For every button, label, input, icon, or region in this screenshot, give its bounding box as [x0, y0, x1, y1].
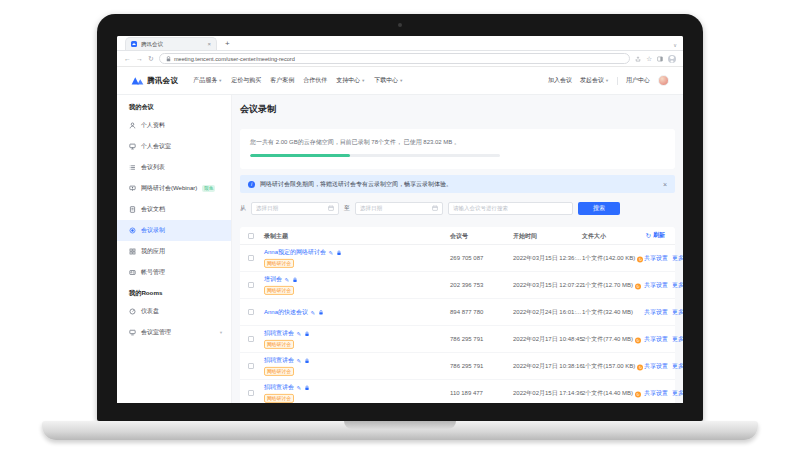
end-date-input[interactable] [355, 202, 443, 215]
table-row: 招聘宣讲会 ✎ 网络研讨会 786 295 791 2022年02月17日 10… [240, 326, 675, 353]
join-meeting-button[interactable]: 加入会议 [548, 76, 572, 85]
row-actions: 共享设置更多 ▼ [644, 362, 683, 371]
edit-icon[interactable]: ✎ [297, 357, 302, 363]
row-checkbox[interactable] [248, 309, 254, 315]
recording-title-link[interactable]: 招聘宣讲会 [264, 329, 294, 338]
start-time: 2022年02月24日 16:01:... [513, 308, 581, 317]
row-checkbox[interactable] [248, 363, 254, 369]
share-settings-link[interactable]: 共享设置 [644, 336, 668, 342]
laptop-base [42, 421, 758, 440]
logo-text: 腾讯会议 [147, 76, 178, 86]
more-link[interactable]: 更多 ▼ [672, 255, 683, 261]
nav-item-cases[interactable]: 客户案例 [270, 76, 294, 85]
nav-item-download[interactable]: 下载中心▼ [374, 76, 403, 85]
lock-icon[interactable] [304, 330, 310, 336]
user-center-link[interactable]: 用户中心 [626, 76, 650, 85]
edit-icon[interactable]: ✎ [297, 384, 302, 390]
col-header-topic: 录制主题 [264, 232, 288, 241]
start-date-field[interactable] [256, 205, 326, 211]
bookmark-star-icon[interactable]: ☆ [646, 55, 652, 63]
sidebar-item-meeting-docs[interactable]: 会议文档 [117, 199, 231, 220]
laptop-bezel: 腾讯会议 × + ∨ ← → ↻ meeting.tencent.com/use… [97, 14, 703, 421]
nav-item-pricing[interactable]: 定价与购买 [231, 76, 261, 85]
share-settings-link[interactable]: 共享设置 [644, 363, 668, 369]
more-link[interactable]: 更多 ▼ [672, 390, 683, 396]
edit-icon[interactable]: ✎ [285, 276, 290, 282]
edit-icon[interactable]: ✎ [297, 330, 302, 336]
end-date-field[interactable] [360, 205, 430, 211]
gauge-icon [129, 308, 136, 315]
main-content: 会议录制 您一共有 2.00 GB的云存储空间，目前已录制 78个文件， 已使用… [232, 95, 683, 403]
share-settings-link[interactable]: 共享设置 [644, 255, 668, 261]
browser-profile-icon[interactable] [668, 55, 676, 63]
search-button[interactable]: 搜索 [578, 202, 620, 215]
more-link[interactable]: 更多 ▼ [672, 282, 683, 288]
share-settings-link[interactable]: 共享设置 [644, 282, 668, 288]
tab-close-icon[interactable]: × [207, 41, 211, 47]
tencent-meeting-logo[interactable]: 腾讯会议 [131, 76, 178, 86]
lock-icon[interactable] [304, 357, 310, 363]
sidebar-item-account[interactable]: 帐号管理 [117, 262, 231, 283]
monitor-icon [129, 143, 136, 150]
sidebar-item-dashboard[interactable]: 仪表盘 [117, 301, 231, 322]
recording-title-link[interactable]: Anna的快速会议 [264, 308, 308, 317]
sidebar-item-rooms-manage[interactable]: 会议室管理 ▼ [117, 322, 231, 343]
sidebar-item-webinar[interactable]: 网络研讨会(Webinar) 限免 [117, 178, 231, 199]
edit-icon[interactable]: ✎ [311, 309, 316, 315]
recording-title-link[interactable]: 培训会 [264, 275, 282, 284]
webinar-tag: 网络研讨会 [264, 286, 294, 295]
row-checkbox[interactable] [248, 336, 254, 342]
recording-title-link[interactable]: 招聘宣讲会 [264, 383, 294, 392]
back-icon[interactable]: ← [124, 55, 131, 62]
share-icon[interactable] [635, 56, 641, 62]
share-settings-link[interactable]: 共享设置 [644, 309, 668, 315]
side-panel-icon[interactable] [657, 56, 663, 62]
nav-item-support[interactable]: 支持中心▼ [336, 76, 365, 85]
col-header-start-time: 开始时间 [513, 232, 537, 241]
lock-icon[interactable] [292, 276, 298, 282]
promo-banner: i 网络研讨会限免期间，将赠送研讨会专有云录制空间，畅享云录制体验。 × [240, 175, 675, 193]
forward-icon[interactable]: → [136, 55, 143, 62]
new-tab-button[interactable]: + [225, 38, 230, 50]
user-avatar[interactable] [658, 75, 669, 86]
more-link[interactable]: 更多 ▼ [672, 309, 683, 315]
edit-icon[interactable]: ✎ [329, 249, 334, 255]
start-meeting-button[interactable]: 发起会议▼ [580, 76, 609, 85]
url-bar[interactable]: meeting.tencent.com/user-center/meeting-… [159, 53, 630, 64]
start-date-input[interactable] [251, 202, 339, 215]
refresh-button[interactable]: ↻刷新 [646, 231, 665, 240]
row-checkbox[interactable] [248, 390, 254, 396]
banner-close-icon[interactable]: × [663, 181, 667, 188]
calendar-icon[interactable] [432, 205, 438, 211]
sidebar-item-profile[interactable]: 个人资料 [117, 115, 231, 136]
lock-icon[interactable] [318, 309, 324, 315]
row-actions: 共享设置更多 ▼ [644, 389, 683, 398]
lock-icon[interactable] [304, 384, 310, 390]
lock-icon[interactable] [336, 249, 342, 255]
meeting-id-search-input[interactable] [448, 202, 573, 215]
row-checkbox[interactable] [248, 282, 254, 288]
recording-title-link[interactable]: 招聘宣讲会 [264, 356, 294, 365]
sidebar-item-my-apps[interactable]: 我的应用 [117, 241, 231, 262]
recording-title-link[interactable]: Anna预定的网络研讨会 [264, 248, 326, 257]
more-link[interactable]: 更多 ▼ [672, 336, 683, 342]
storage-summary: 您一共有 2.00 GB的云存储空间，目前已录制 78个文件， 已使用 823.… [250, 138, 665, 147]
nav-item-products[interactable]: 产品服务▼ [193, 76, 222, 85]
sidebar-item-meeting-recordings[interactable]: 会议录制 [117, 220, 231, 241]
nav-item-partners[interactable]: 合作伙伴 [303, 76, 327, 85]
start-time: 2022年02月17日 10:48:45 [513, 335, 583, 344]
meeting-id-search-field[interactable] [453, 205, 568, 211]
calendar-icon[interactable] [328, 205, 334, 211]
row-checkbox[interactable] [248, 255, 254, 261]
share-settings-link[interactable]: 共享设置 [644, 390, 668, 396]
sidebar-item-meeting-list[interactable]: 会议列表 [117, 157, 231, 178]
more-link[interactable]: 更多 ▼ [672, 363, 683, 369]
sidebar-item-personal-room[interactable]: 个人会议室 [117, 136, 231, 157]
reload-icon[interactable]: ↻ [148, 55, 154, 62]
select-all-checkbox[interactable] [248, 233, 254, 239]
tab-search-chevron-icon[interactable]: ∨ [673, 42, 677, 48]
webinar-tag: 网络研讨会 [264, 340, 294, 349]
browser-tab[interactable]: 腾讯会议 × [125, 37, 217, 50]
chevron-down-icon: ▼ [218, 78, 222, 83]
row-actions: 共享设置更多 ▼ [644, 254, 683, 263]
